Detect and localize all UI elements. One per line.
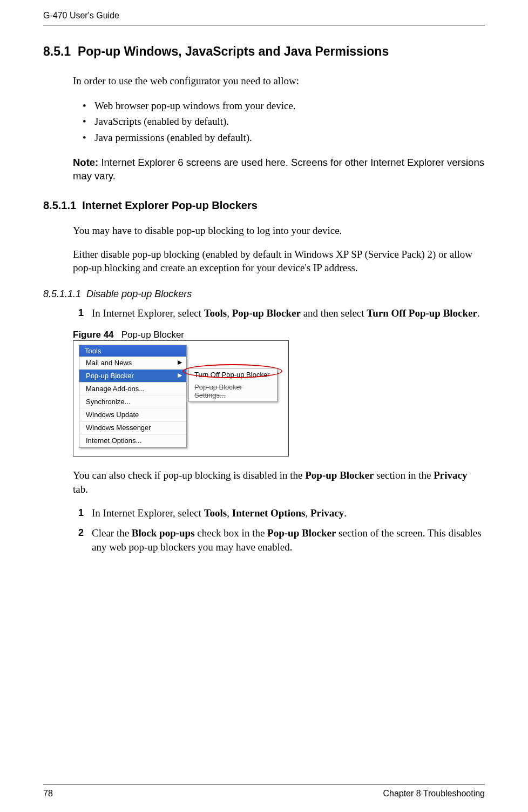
section-title: Pop-up Windows, JavaScripts and Java Per… xyxy=(78,44,389,58)
menu-item-windows-update[interactable]: Windows Update xyxy=(79,408,186,421)
step-text-part: , xyxy=(227,307,232,319)
page-footer: 78 Chapter 8 Troubleshooting xyxy=(43,784,485,798)
step-text-part: In Internet Explorer, select xyxy=(92,307,204,319)
text-part: You can also check if pop-up blocking is… xyxy=(73,469,305,481)
figure-title: Pop-up Blocker xyxy=(121,330,184,340)
submenu-arrow-icon: ▶ xyxy=(178,359,182,366)
body-paragraph: Either disable pop-up blocking (enabled … xyxy=(73,247,485,275)
bullet-list: Web browser pop-up windows from your dev… xyxy=(94,98,485,145)
submenu-item-settings[interactable]: Pop-up Blocker Settings... xyxy=(189,381,277,401)
bold-text: Privacy xyxy=(434,469,467,481)
page-header: G-470 User's Guide xyxy=(43,0,485,25)
note-paragraph: Note: Internet Explorer 6 screens are us… xyxy=(73,156,485,183)
submenu-item-turn-off[interactable]: Turn Off Pop-up Blocker xyxy=(189,368,277,381)
menu-item-label: Pop-up Blocker xyxy=(86,372,134,380)
section-heading-level-1: 8.5.1 Pop-up Windows, JavaScripts and Ja… xyxy=(43,44,485,59)
section-number: 8.5.1.1 xyxy=(43,199,76,211)
body-paragraph: You can also check if pop-up blocking is… xyxy=(73,468,485,496)
section-heading-level-3: 8.5.1.1.1 Disable pop-up Blockers xyxy=(43,288,485,300)
text-part: section in the xyxy=(374,469,434,481)
step-bold: Tools xyxy=(204,307,227,319)
numbered-step: 2 Clear the Block pop-ups check box in t… xyxy=(92,526,485,554)
step-text-part: . xyxy=(344,507,347,519)
step-bold: Turn Off Pop-up Blocker xyxy=(367,307,477,319)
step-text-part: Clear the xyxy=(92,527,132,539)
popup-blocker-submenu: Turn Off Pop-up Blocker Pop-up Blocker S… xyxy=(188,368,277,402)
menu-item-popup-blocker[interactable]: Pop-up Blocker ▶ xyxy=(79,370,186,382)
bullet-item: Web browser pop-up windows from your dev… xyxy=(94,98,485,113)
menu-item-manage-addons[interactable]: Manage Add-ons... xyxy=(79,382,186,395)
submenu-arrow-icon: ▶ xyxy=(178,372,182,379)
note-label: Note: xyxy=(73,157,98,168)
step-bold: Tools xyxy=(204,507,227,519)
text-part: tab. xyxy=(73,484,88,495)
page-number: 78 xyxy=(43,789,53,798)
section-heading-level-2: 8.5.1.1 Internet Explorer Pop-up Blocker… xyxy=(43,199,485,212)
figure-label: Figure 44 xyxy=(73,330,114,340)
bullet-item: JavaScripts (enabled by default). xyxy=(94,113,485,129)
numbered-step: 1 In Internet Explorer, select Tools, Po… xyxy=(92,306,485,320)
header-title: G-470 User's Guide xyxy=(43,11,119,20)
intro-paragraph: In order to use the web configurator you… xyxy=(73,74,485,88)
body-paragraph: You may have to disable pop-up blocking … xyxy=(73,224,485,238)
section-title: Disable pop-up Blockers xyxy=(86,288,192,299)
bold-text: Pop-up Blocker xyxy=(305,469,374,481)
menu-item-internet-options[interactable]: Internet Options... xyxy=(79,434,186,447)
note-text: Internet Explorer 6 screens are used her… xyxy=(73,157,484,182)
step-number: 2 xyxy=(78,526,84,539)
step-bold: Privacy xyxy=(310,507,344,519)
tools-menu: Tools Mail and News ▶ Pop-up Blocker ▶ M… xyxy=(79,345,187,448)
step-number: 1 xyxy=(78,306,84,319)
menu-item-mail-news[interactable]: Mail and News ▶ xyxy=(79,357,186,370)
menu-item-windows-messenger[interactable]: Windows Messenger xyxy=(79,421,186,434)
step-text-part: , xyxy=(227,507,232,519)
menu-item-label: Mail and News xyxy=(86,359,132,367)
page-content: 8.5.1 Pop-up Windows, JavaScripts and Ja… xyxy=(43,25,485,554)
step-text-part: and then select xyxy=(301,307,367,319)
step-text-part: , xyxy=(305,507,310,519)
section-title: Internet Explorer Pop-up Blockers xyxy=(82,199,258,211)
step-bold: Internet Options xyxy=(232,507,306,519)
figure-caption: Figure 44 Pop-up Blocker xyxy=(73,330,485,340)
menu-title: Tools xyxy=(79,345,186,357)
section-number: 8.5.1.1.1 xyxy=(43,288,81,299)
step-bold: Pop-up Blocker xyxy=(267,527,336,539)
step-number: 1 xyxy=(78,506,84,519)
step-text-part: . xyxy=(477,307,480,319)
numbered-list: 1 In Internet Explorer, select Tools, Po… xyxy=(92,306,485,320)
step-bold: Pop-up Blocker xyxy=(232,307,301,319)
numbered-step: 1 In Internet Explorer, select Tools, In… xyxy=(92,506,485,520)
figure-screenshot: Tools Mail and News ▶ Pop-up Blocker ▶ M… xyxy=(73,340,289,457)
menu-item-synchronize[interactable]: Synchronize... xyxy=(79,395,186,408)
bullet-item: Java permissions (enabled by default). xyxy=(94,130,485,145)
chapter-label: Chapter 8 Troubleshooting xyxy=(383,789,485,798)
section-number: 8.5.1 xyxy=(43,44,71,58)
step-text-part: check box in the xyxy=(195,527,268,539)
step-text-part: In Internet Explorer, select xyxy=(92,507,204,519)
numbered-list: 1 In Internet Explorer, select Tools, In… xyxy=(92,506,485,554)
step-bold: Block pop-ups xyxy=(132,527,195,539)
